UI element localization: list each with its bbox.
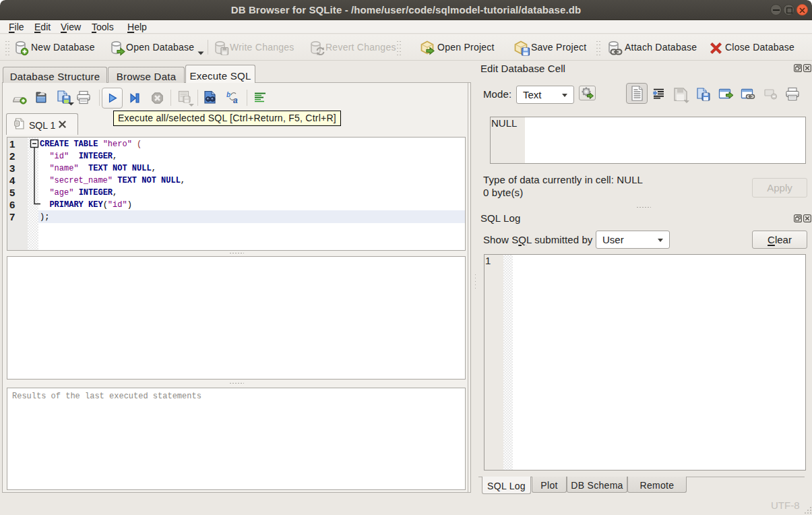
svg-text:b: b	[226, 91, 230, 98]
